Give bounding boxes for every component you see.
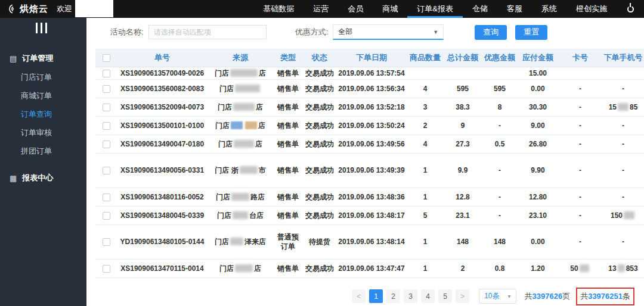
reset-button[interactable]: 重置 (515, 25, 547, 40)
welcome-text: 欢迎 (57, 4, 72, 14)
prev-page-button[interactable]: < (352, 289, 366, 303)
cell-qty: 4 (407, 135, 444, 153)
page-button-2[interactable]: 2 (386, 289, 400, 303)
cell-date: 2019.09.06 13:49:56 (336, 135, 407, 153)
cell-qty: 1 (407, 259, 444, 277)
orders-icon: ▤ (10, 54, 17, 63)
sidebar-item-1-5[interactable]: 拼团订单 (0, 142, 86, 160)
row-checkbox[interactable] (103, 167, 110, 174)
cell-type: 普通预订单 (273, 224, 303, 259)
top-nav-item-4[interactable]: 商城 (373, 0, 407, 18)
report-icon: ▦ (10, 174, 17, 183)
discount-method-label: 优惠方式: (295, 27, 329, 38)
cell-type: 销售单 (273, 135, 303, 153)
main-content: 活动名称: 优惠方式: 全部 ▼ 查询 重置 单号来源类型状态下单日期商品数量总… (86, 18, 644, 306)
column-header: 下单手机号 (602, 49, 644, 67)
sidebar-item-1-2[interactable]: 商城订单 (0, 86, 86, 105)
cell-card: - (558, 153, 602, 188)
cell-status: 待提货 (303, 224, 336, 259)
sidebar-section-1[interactable]: ▤订单管理 (0, 49, 86, 68)
table-row: XS19090613570049-0026门店店销售单交易成功2019.09.0… (95, 67, 644, 79)
page-button-3[interactable]: 3 (404, 289, 417, 303)
row-checkbox[interactable] (103, 193, 110, 201)
censor-lines (36, 23, 86, 33)
next-page-button[interactable]: > (456, 289, 469, 303)
cell-type: 销售单 (273, 259, 303, 277)
censor-blur (624, 211, 634, 219)
top-nav: 基础数据运营会员商城订单&报表仓储客服系统橙创实施 (253, 0, 617, 18)
row-checkbox-cell (95, 224, 117, 259)
cell-type: 销售单 (273, 206, 303, 224)
brand: 烘焙云 (6, 4, 48, 15)
censor-block (75, 0, 113, 17)
sidebar-item-1-4[interactable]: 订单审核 (0, 123, 86, 142)
cell-source: 门店店 (208, 135, 273, 153)
cell-phone: 1585 (602, 98, 644, 116)
top-nav-item-6[interactable]: 仓储 (463, 0, 497, 18)
cell-discount: - (482, 188, 518, 206)
row-checkbox[interactable] (103, 122, 110, 130)
sidebar-section-label: 订单管理 (22, 53, 53, 64)
cell-order: XS19090613520094-0073 (117, 98, 208, 116)
censor-blur (233, 211, 248, 219)
column-header: 卡号 (558, 49, 602, 67)
page-button-5[interactable]: 5 (438, 289, 452, 303)
row-checkbox[interactable] (103, 70, 110, 77)
search-button[interactable]: 查询 (475, 25, 507, 40)
cell-qty: 2 (407, 116, 444, 135)
cell-order: XS19090613560082-0083 (117, 79, 208, 98)
cell-card: - (558, 188, 602, 206)
table-row: XS19090613490056-0331门店 浙市销售单交易成功2019.09… (95, 153, 644, 188)
row-checkbox[interactable] (103, 212, 110, 220)
cell-total: 595 (444, 79, 482, 98)
cell-discount: 0.5 (482, 135, 518, 153)
top-nav-item-5[interactable]: 订单&报表 (407, 0, 463, 18)
sidebar-section-2[interactable]: ▦报表中心 (0, 168, 86, 188)
cell-discount: - (482, 206, 518, 224)
cell-date: 2019.09.06 13:48:36 (336, 188, 407, 206)
cell-payable: 23.10 (518, 206, 558, 224)
cell-phone: - (602, 116, 644, 135)
page-size-select[interactable]: 10条▾ (479, 289, 516, 304)
brand-logo-icon (6, 4, 17, 14)
row-checkbox[interactable] (103, 265, 110, 273)
cell-total: 9 (444, 116, 482, 135)
top-nav-item-2[interactable]: 运营 (304, 0, 338, 18)
censor-blur (230, 69, 258, 77)
page-button-1[interactable]: 1 (369, 289, 383, 303)
top-nav-item-3[interactable]: 会员 (338, 0, 373, 18)
row-checkbox[interactable] (103, 140, 110, 148)
cell-phone: 13853 (602, 259, 644, 277)
cell-source: 门店泽来店 (208, 224, 273, 259)
activity-name-input[interactable] (148, 25, 267, 39)
power-icon[interactable] (621, 0, 639, 18)
row-checkbox[interactable] (103, 104, 110, 111)
top-nav-item-9[interactable]: 橙创实施 (566, 0, 617, 18)
table-row: YD19090613480105-0144门店泽来店普通预订单待提货2019.0… (95, 224, 644, 259)
table-row: XS19090613470115-0014门店店销售单交易成功2019.09.0… (95, 259, 644, 277)
row-checkbox[interactable] (103, 85, 110, 93)
header-checkbox-cell (95, 49, 117, 67)
orders-table: 单号来源类型状态下单日期商品数量总计金额优惠金额应付金额卡号下单手机号 XS19… (95, 49, 644, 278)
cell-source: 门店店 (208, 116, 273, 135)
top-nav-item-7[interactable]: 客服 (497, 0, 532, 18)
cell-phone (602, 67, 644, 79)
column-header: 状态 (303, 49, 336, 67)
cell-source: 门店 浙市 (208, 153, 273, 188)
row-checkbox-cell (95, 206, 117, 224)
cell-card: - (558, 206, 602, 224)
column-header: 单号 (117, 49, 208, 67)
select-all-checkbox[interactable] (103, 54, 110, 62)
pagination: <12345>10条▾共3397626页共33976251条 (86, 288, 634, 305)
sidebar-item-1-3[interactable]: 订单查询 (0, 105, 86, 123)
discount-method-select[interactable]: 全部 ▼ (333, 24, 444, 40)
cell-date: 2019.09.06 13:48:17 (336, 206, 407, 224)
sidebar-item-1-1[interactable]: 门店订单 (0, 68, 86, 86)
cell-source: 门店 (208, 79, 273, 98)
cell-discount (482, 67, 518, 79)
top-nav-item-1[interactable]: 基础数据 (253, 0, 304, 18)
top-nav-item-8[interactable]: 系统 (532, 0, 566, 18)
cell-card: - (558, 135, 602, 153)
row-checkbox[interactable] (103, 238, 110, 246)
page-button-4[interactable]: 4 (421, 289, 435, 303)
